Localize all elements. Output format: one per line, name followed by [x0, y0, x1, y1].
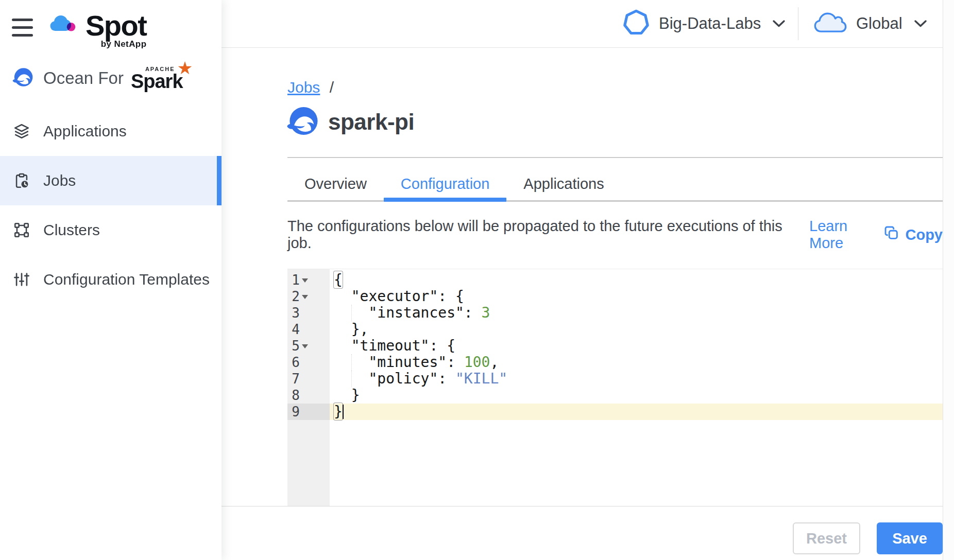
spot-cloud-icon	[48, 12, 80, 41]
topbar: Big-Data-Labs Global	[222, 0, 954, 48]
gutter-line-1: 1	[287, 272, 330, 288]
spot-wordmark: Spot	[86, 12, 146, 39]
code-line-1[interactable]: {	[330, 272, 943, 288]
copy-icon	[884, 225, 899, 244]
sidebar-nav: ApplicationsJobsClustersConfiguration Te…	[0, 107, 222, 304]
code-line-9[interactable]: }	[330, 404, 943, 420]
org-selector[interactable]: Big-Data-Labs	[623, 0, 786, 47]
code-segment-plain: },	[334, 321, 368, 338]
tab-applications[interactable]: Applications	[506, 168, 621, 202]
code-segment-plain: ,	[490, 354, 499, 371]
text-cursor	[343, 405, 344, 419]
fold-spacer	[300, 354, 308, 371]
title-divider	[287, 157, 943, 158]
layers-icon	[12, 122, 31, 141]
breadcrumb: Jobs /	[287, 79, 334, 96]
code-line-3[interactable]: "instances": 3	[330, 305, 943, 321]
sidebar-item-label: Applications	[43, 122, 127, 140]
app-window: Spot by NetApp Ocean For APACHE Spark	[0, 0, 954, 560]
copy-button[interactable]: Copy	[884, 225, 943, 244]
code-segment-bracket: }	[334, 403, 343, 420]
code-line-5[interactable]: "timeout": {	[330, 338, 943, 354]
code-line-8[interactable]: }	[330, 387, 943, 404]
sidebar-item-configuration-templates[interactable]: Configuration Templates	[0, 255, 222, 304]
fold-arrow-icon[interactable]	[300, 288, 308, 305]
scope-selector[interactable]: Global	[814, 0, 927, 47]
spark-star-icon	[177, 61, 193, 78]
fold-spacer	[300, 321, 308, 338]
json-config-editor[interactable]: 123456789 { "executor": { "instances": 3…	[287, 269, 943, 506]
scope-name: Global	[856, 14, 902, 33]
fold-spacer	[300, 387, 308, 404]
spot-byline: by NetApp	[101, 39, 147, 49]
main-content: Jobs / spark-pi OverviewConfigurationApp…	[222, 48, 943, 506]
cloud-icon	[814, 11, 847, 37]
tab-overview[interactable]: Overview	[287, 168, 384, 202]
sidebar-item-applications[interactable]: Applications	[0, 107, 222, 156]
code-line-7[interactable]: "policy": "KILL"	[330, 371, 943, 387]
line-number: 9	[292, 404, 300, 419]
gutter-line-4: 4	[287, 321, 330, 338]
gutter-line-3: 3	[287, 305, 330, 321]
line-number: 8	[292, 388, 300, 403]
indent-guide	[351, 371, 352, 387]
clipboard-clock-icon	[12, 171, 31, 190]
apache-spark-logo: APACHE Spark	[131, 65, 186, 92]
sidebar-item-label: Clusters	[43, 221, 100, 239]
gutter-line-6: 6	[287, 354, 330, 371]
line-number: 3	[292, 305, 300, 321]
page-scrollbar[interactable]	[943, 0, 954, 560]
line-number: 7	[292, 371, 300, 387]
job-wave-icon	[286, 106, 319, 138]
code-segment-bracket: {	[334, 271, 343, 288]
code-line-6[interactable]: "minutes": 100,	[330, 354, 943, 371]
fold-spacer	[300, 305, 308, 321]
heptagon-icon	[623, 9, 650, 38]
product-name: Ocean For	[43, 68, 124, 88]
line-number: 1	[292, 272, 300, 288]
reset-button[interactable]: Reset	[793, 522, 860, 554]
code-segment-plain: "minutes":	[334, 354, 464, 371]
code-segment-plain: }	[334, 387, 360, 404]
sidebar-item-label: Configuration Templates	[43, 271, 210, 288]
code-line-2[interactable]: "executor": {	[330, 288, 943, 305]
sidebar-item-jobs[interactable]: Jobs	[0, 156, 222, 205]
editor-code-area: { "executor": { "instances": 3 }, "timeo…	[330, 269, 943, 506]
gutter-line-5: 5	[287, 338, 330, 354]
code-segment-number: 100	[464, 354, 490, 371]
config-description: The configurations below will be propaga…	[287, 218, 797, 252]
sidebar-item-clusters[interactable]: Clusters	[0, 205, 222, 255]
breadcrumb-jobs-link[interactable]: Jobs	[287, 79, 320, 96]
org-name: Big-Data-Labs	[659, 14, 761, 33]
indent-guide	[351, 305, 352, 321]
cluster-nodes-icon	[12, 221, 31, 239]
gutter-line-9: 9	[287, 404, 330, 420]
fold-spacer	[300, 371, 308, 387]
tab-configuration[interactable]: Configuration	[384, 168, 507, 202]
code-line-4[interactable]: },	[330, 321, 943, 338]
fold-arrow-icon[interactable]	[300, 272, 308, 288]
save-button[interactable]: Save	[877, 522, 943, 554]
line-number: 5	[292, 338, 300, 354]
code-segment-string: "KILL"	[455, 370, 507, 387]
sliders-icon	[12, 270, 31, 289]
code-segment-number: 3	[482, 304, 490, 321]
chevron-down-icon	[772, 20, 786, 30]
line-number: 2	[292, 289, 300, 304]
chevron-down-icon	[914, 20, 927, 30]
code-segment-plain: "executor": {	[334, 288, 464, 305]
line-number: 4	[292, 322, 300, 337]
gutter-line-2: 2	[287, 288, 330, 305]
page-title: spark-pi	[328, 109, 414, 135]
line-number: 6	[292, 355, 300, 370]
hamburger-menu-icon[interactable]	[12, 19, 33, 37]
gutter-line-7: 7	[287, 371, 330, 387]
tab-bar: OverviewConfigurationApplications	[287, 168, 943, 202]
ocean-for-spark-logo[interactable]: Ocean For APACHE Spark	[12, 65, 186, 92]
fold-arrow-icon[interactable]	[300, 338, 308, 354]
breadcrumb-separator: /	[330, 79, 334, 96]
code-segment-plain: "timeout": {	[334, 337, 455, 354]
editor-gutter: 123456789	[287, 269, 330, 506]
indent-guide	[351, 354, 352, 371]
learn-more-link[interactable]: Learn More	[809, 218, 883, 252]
